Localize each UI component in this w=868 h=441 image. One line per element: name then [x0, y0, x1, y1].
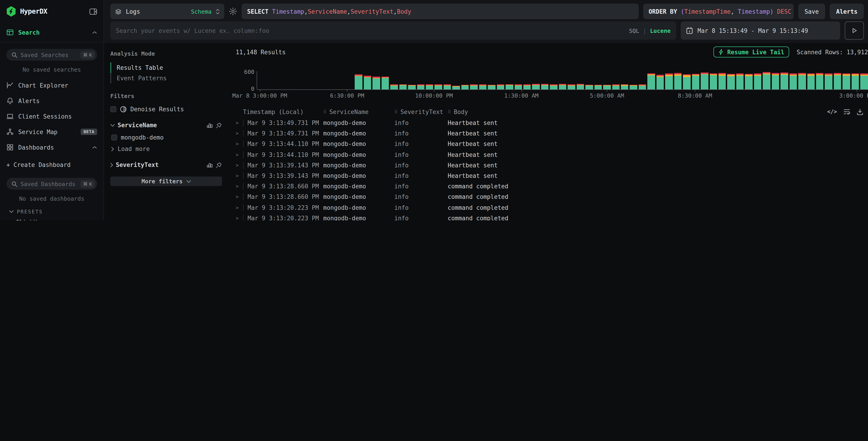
info-segment	[435, 86, 442, 89]
create-dashboard-button[interactable]: + Create Dashboard	[0, 158, 103, 172]
checkbox[interactable]	[110, 106, 116, 112]
saved-searches-input[interactable]: Saved Searches ⌘ K	[6, 49, 97, 61]
table-row[interactable]: >Mar 9 3:13:28.660 PMmongodb-demoinfocom…	[236, 192, 868, 202]
sidebar-item-chart-explorer[interactable]: Chart Explorer	[0, 78, 103, 93]
column-header-severitytext[interactable]: ⠿SeverityText	[394, 108, 448, 115]
table-row[interactable]: >Mar 9 3:13:39.143 PMmongodb-demoinfoHea…	[236, 171, 868, 181]
resume-live-tail-button[interactable]: Resume Live Tail	[713, 47, 789, 57]
info-segment	[373, 79, 380, 89]
row-expand-chevron[interactable]: >	[236, 120, 243, 126]
chart-icon[interactable]	[207, 122, 213, 128]
load-more-button[interactable]: Load more	[111, 145, 222, 152]
wrap-text-icon[interactable]	[843, 109, 850, 115]
preset-clickhouse[interactable]: ClickHouse	[0, 217, 103, 220]
sidebar-item-dashboards[interactable]: Dashboards	[0, 140, 103, 155]
info-segment	[763, 74, 770, 89]
select-query-input[interactable]: SELECT Timestamp,ServiceName,SeverityTex…	[242, 4, 639, 19]
histogram-bar	[825, 74, 832, 89]
cell-severity: info	[394, 151, 448, 158]
laptop-icon	[6, 113, 14, 120]
events-histogram[interactable]: 600 0 Mar 8 3:00:00 PM6:30:00 PM10:00:00…	[236, 71, 868, 98]
table-row[interactable]: >Mar 9 3:13:20.223 PMmongodb-demoinfocom…	[236, 213, 868, 220]
filter-group-servicename[interactable]: ServiceName	[110, 122, 222, 128]
histogram-bar	[355, 75, 363, 89]
event-search-input[interactable]: Search your events w/ Lucene ex. column:…	[110, 22, 676, 40]
sql-mode-toggle[interactable]: SQL	[629, 27, 639, 34]
date-range-picker[interactable]: Mar 8 15:13:49 - Mar 9 15:13:49	[681, 22, 840, 40]
column-header-timestamp-local-[interactable]: Timestamp (Local)	[243, 108, 323, 115]
download-icon[interactable]	[857, 108, 863, 115]
row-expand-chevron[interactable]: >	[236, 152, 243, 157]
histogram-bar	[426, 84, 433, 89]
chart-icon[interactable]	[207, 162, 213, 168]
analysis-mode-label: Analysis Mode	[110, 50, 222, 57]
column-header-label: SeverityText	[401, 108, 443, 115]
histogram-bars	[355, 71, 868, 89]
run-query-button[interactable]	[845, 22, 864, 40]
cell-timestamp: Mar 9 3:13:20.223 PM	[243, 204, 323, 211]
table-row[interactable]: >Mar 9 3:13:39.143 PMmongodb-demoinfoHea…	[236, 160, 868, 171]
column-header-servicename[interactable]: ⠿ServiceName	[323, 108, 394, 115]
sidebar-item-search[interactable]: Search	[0, 26, 103, 39]
table-row[interactable]: >Mar 9 3:13:20.223 PMmongodb-demoinfocom…	[236, 202, 868, 213]
pin-icon[interactable]	[216, 122, 222, 128]
info-segment	[860, 76, 868, 89]
row-expand-chevron[interactable]: >	[236, 141, 243, 147]
row-expand-chevron[interactable]: >	[236, 183, 243, 189]
drag-handle-icon[interactable]: ⠿	[394, 109, 398, 114]
schema-link[interactable]: Schema	[191, 8, 212, 15]
cell-severity: info	[394, 119, 448, 126]
filter-value-mongodb-demo[interactable]: mongodb-demo	[111, 134, 222, 141]
brand-row: HyperDX	[6, 5, 97, 17]
chevron-up-icon	[92, 146, 97, 149]
histogram-bar	[648, 74, 655, 89]
denoise-checkbox[interactable]: Denoise Results	[110, 106, 222, 113]
row-expand-chevron[interactable]: >	[236, 173, 243, 179]
tab-results-table[interactable]: Results Table	[110, 62, 222, 73]
checkbox[interactable]	[111, 135, 117, 141]
cell-timestamp: Mar 9 3:13:44.110 PM	[243, 151, 323, 158]
row-expand-chevron[interactable]: >	[236, 215, 243, 220]
date-range-value: Mar 8 15:13:49 - Mar 9 15:13:49	[698, 27, 808, 34]
histogram-bar	[523, 84, 531, 89]
orderby-input[interactable]: ORDER BY (TimestampTime, Timestamp) DESC	[643, 4, 794, 19]
row-expand-chevron[interactable]: >	[236, 131, 243, 137]
view-source-icon[interactable]: </>	[827, 109, 837, 115]
sidebar-item-client-sessions[interactable]: Client Sessions	[0, 109, 103, 124]
source-selector[interactable]: Logs Schema	[110, 4, 224, 19]
cell-severity: info	[394, 194, 448, 200]
info-segment	[639, 86, 646, 89]
saved-dashboards-input[interactable]: Saved Dashboards ⌘ K	[6, 178, 97, 190]
x-axis-tick-mark	[695, 89, 695, 92]
presets-toggle[interactable]: PRESETS	[9, 207, 97, 217]
cell-body: command completed	[448, 194, 868, 200]
histogram-bar	[710, 73, 717, 89]
row-expand-chevron[interactable]: >	[236, 163, 243, 168]
table-row[interactable]: >Mar 9 3:13:44.110 PMmongodb-demoinfoHea…	[236, 139, 868, 149]
drag-handle-icon[interactable]: ⠿	[448, 109, 451, 114]
histogram-bar	[807, 73, 815, 89]
row-expand-chevron[interactable]: >	[236, 205, 243, 210]
tab-event-patterns[interactable]: Event Patterns	[110, 73, 222, 84]
table-row[interactable]: >Mar 9 3:13:49.731 PMmongodb-demoinfoHea…	[236, 128, 868, 139]
column-header-body[interactable]: ⠿Body	[448, 108, 868, 115]
info-segment	[745, 77, 753, 89]
pin-icon[interactable]	[216, 162, 222, 168]
table-row[interactable]: >Mar 9 3:13:28.660 PMmongodb-demoinfocom…	[236, 181, 868, 192]
more-filters-button[interactable]: More filters	[110, 176, 222, 186]
lucene-mode-toggle[interactable]: Lucene	[650, 27, 671, 34]
table-row[interactable]: >Mar 9 3:13:44.110 PMmongodb-demoinfoHea…	[236, 149, 868, 160]
drag-handle-icon[interactable]: ⠿	[323, 109, 327, 114]
cell-severity: info	[394, 172, 448, 179]
alerts-button[interactable]: Alerts	[830, 4, 864, 19]
query-settings-gear-icon[interactable]	[229, 7, 237, 16]
sidebar-item-service-map[interactable]: Service MapBETA	[0, 124, 103, 140]
column-header-label: Body	[454, 108, 468, 115]
filter-group-severitytext[interactable]: SeverityText	[110, 161, 222, 168]
sidebar-item-alerts[interactable]: Alerts	[0, 93, 103, 109]
save-button[interactable]: Save	[798, 4, 825, 19]
row-expand-chevron[interactable]: >	[236, 194, 243, 200]
sidebar-collapse-icon[interactable]	[89, 8, 97, 15]
network-icon	[6, 128, 14, 136]
table-row[interactable]: >Mar 9 3:13:49.731 PMmongodb-demoinfoHea…	[236, 118, 868, 128]
